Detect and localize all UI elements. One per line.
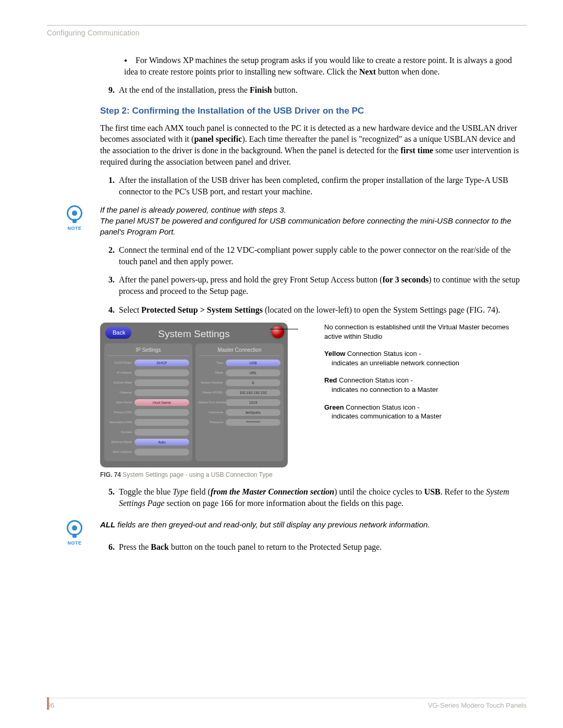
field-label: MAC Address — [107, 450, 134, 454]
field-value — [134, 449, 189, 455]
list-item-2: 2. Connect the terminal end of the 12 VD… — [100, 244, 527, 267]
connection-status-icon — [272, 326, 284, 338]
field-value: ********** — [226, 419, 280, 426]
field-value[interactable]: DHCP — [134, 360, 189, 366]
field-value: 1319 — [226, 399, 280, 406]
field-label: Gateway — [107, 390, 134, 394]
settings-row: Master Port Number1319 — [199, 399, 280, 406]
field-label: Mode — [199, 371, 226, 375]
settings-row: TypeUSB — [199, 359, 280, 367]
lightbulb-icon — [67, 205, 82, 221]
settings-row: Ethernet ModeAuto — [107, 438, 189, 446]
field-value[interactable]: Host Name — [134, 399, 189, 406]
settings-row: Host NameHost Name — [107, 399, 189, 406]
list-item-1: 1. After the installation of the USB dri… — [100, 175, 527, 197]
settings-row: Subnet Mask — [107, 379, 189, 387]
field-value[interactable]: USB — [226, 360, 280, 366]
field-value[interactable]: Auto — [134, 439, 189, 446]
settings-row: Primary DNS — [107, 409, 189, 416]
figure-callouts: No connection is established until the V… — [288, 323, 527, 467]
field-label: IP Address — [107, 371, 134, 375]
field-label: Ethernet Mode — [107, 440, 134, 444]
field-label: Primary DNS — [107, 410, 134, 414]
panel-title: System Settings — [158, 327, 229, 341]
settings-row: Password********** — [199, 418, 280, 426]
field-value — [134, 369, 189, 376]
field-label: System Number — [199, 380, 226, 385]
list-item-6: 6. Press the Back button on the touch pa… — [100, 541, 527, 553]
intro-paragraph: The first time each AMX touch panel is c… — [47, 122, 527, 167]
note-block-1: NOTE If the panel is already powered, co… — [100, 204, 527, 237]
settings-row: DHCP/StaticDHCP — [107, 359, 189, 367]
field-label: Type — [199, 361, 226, 365]
field-value: 0 — [226, 379, 280, 386]
field-label: Host Name — [107, 400, 134, 404]
field-value — [134, 419, 189, 426]
page-footer: 96 VG-Series Modero Touch Panels — [47, 698, 527, 709]
field-value: techpubs — [226, 409, 280, 416]
settings-row: Secondary DNS — [107, 418, 189, 426]
settings-row: ModeURL — [199, 369, 280, 377]
settings-row: Domain — [107, 428, 189, 436]
settings-row: Usernametechpubs — [199, 409, 280, 416]
settings-row: IP Address — [107, 369, 189, 377]
note-block-2: NOTE ALL fields are then greyed-out and … — [100, 519, 527, 530]
field-label: Master Port Number — [199, 400, 226, 404]
settings-row: Master IP/URL192.192.192.192 — [199, 389, 280, 397]
back-button[interactable]: Back — [105, 327, 131, 339]
settings-row: MAC Address — [107, 448, 189, 456]
step-9: 9. At the end of the installation, press… — [100, 84, 527, 96]
figure-74: Back System Settings IP Settings DHCP/St… — [100, 323, 527, 467]
system-settings-panel: Back System Settings IP Settings DHCP/St… — [100, 323, 288, 467]
field-value — [134, 379, 189, 386]
note-icon: NOTE — [63, 205, 87, 231]
ip-settings-column: IP Settings DHCP/StaticDHCPIP AddressSub… — [104, 343, 192, 461]
master-connection-column: Master Connection TypeUSBModeURLSystem N… — [195, 343, 284, 461]
footer-title: VG-Series Modero Touch Panels — [428, 701, 527, 709]
field-value: 192.192.192.192 — [226, 389, 280, 396]
section-header: Configuring Communication — [47, 29, 527, 37]
settings-row: System Number0 — [199, 379, 280, 387]
field-label: Subnet Mask — [107, 380, 134, 385]
field-value — [134, 389, 189, 396]
field-label: Master IP/URL — [199, 390, 226, 394]
note-icon: NOTE — [63, 520, 87, 546]
field-value — [134, 409, 189, 416]
field-label: Password — [199, 420, 226, 424]
lightbulb-icon — [67, 520, 82, 536]
figure-caption: FIG. 74 System Settings page - using a U… — [100, 471, 527, 479]
list-item-4: 4. Select Protected Setup > System Setti… — [100, 304, 527, 316]
list-item-5: 5. Toggle the blue Type field (from the … — [100, 486, 527, 509]
field-value: URL — [226, 369, 280, 376]
list-item-3: 3. After the panel powers-up, press and … — [100, 274, 527, 297]
step-2-heading: Step 2: Confirming the Installation of t… — [47, 105, 527, 117]
field-label: Domain — [107, 430, 134, 434]
field-value — [134, 429, 189, 436]
field-label: Secondary DNS — [107, 420, 134, 424]
field-label: DHCP/Static — [107, 361, 134, 365]
bullet-restore-point: For Windows XP machines the setup progra… — [124, 55, 527, 77]
field-label: Username — [199, 410, 226, 414]
settings-row: Gateway — [107, 389, 189, 397]
